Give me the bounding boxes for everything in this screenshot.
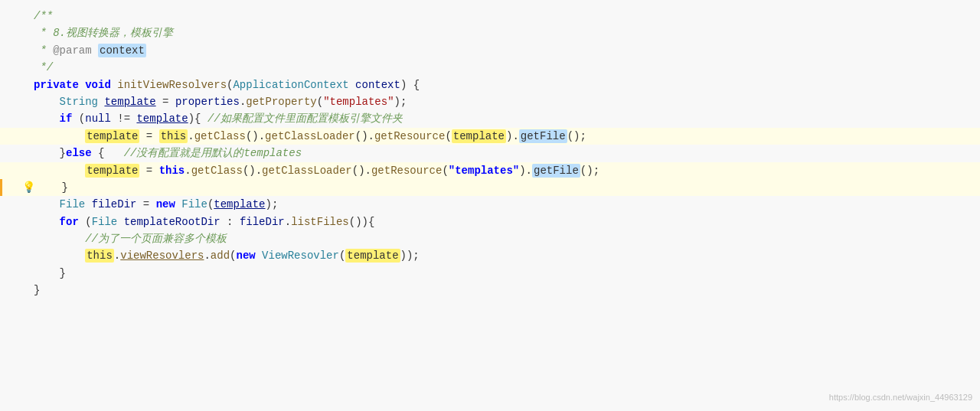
code-content: template = this.getClass().getClassLoade… xyxy=(34,128,965,145)
code-line: private void initViewResolvers(Applicati… xyxy=(0,77,980,93)
code-line: this.viewResovlers.add(new ViewResovler(… xyxy=(0,247,980,264)
param-highlight: context xyxy=(98,44,146,57)
code-line-highlighted: template = this.getClass().getClassLoade… xyxy=(0,128,980,145)
code-line: File fileDir = new File(template); xyxy=(0,196,980,213)
code-line-highlighted: template = this.getClass().getClassLoade… xyxy=(0,162,980,179)
code-content: template = this.getClass().getClassLoade… xyxy=(34,162,965,179)
template-highlight: template xyxy=(85,129,139,143)
code-content: private void initViewResolvers(Applicati… xyxy=(34,77,965,93)
code-line: /** xyxy=(0,8,980,24)
code-line: for (File templateRootDir : fileDir.list… xyxy=(0,214,980,230)
code-content: * 8.视图转换器，模板引擎 xyxy=(34,24,965,41)
code-container: /** * 8.视图转换器，模板引擎 * @param context */ p… xyxy=(0,0,980,411)
code-content: /** xyxy=(34,8,965,24)
watermark: https://blog.csdn.net/wajxin_44963129 xyxy=(829,391,972,405)
line-gutter: 💡 xyxy=(21,179,36,196)
code-content: * @param context xyxy=(34,42,965,59)
code-line: } xyxy=(0,282,980,298)
code-content: } xyxy=(34,282,965,298)
getfile-highlight: getFile xyxy=(519,129,567,143)
code-line-active: 💡 } xyxy=(0,179,980,196)
this-highlight2: this xyxy=(85,249,114,263)
template-highlight4: template xyxy=(345,249,400,263)
code-content: } xyxy=(36,179,965,196)
code-content: //为了一个页面兼容多个模板 xyxy=(34,230,965,247)
code-content: */ xyxy=(34,59,965,76)
code-line: */ xyxy=(0,59,980,76)
bulb-icon[interactable]: 💡 xyxy=(22,179,35,196)
template-highlight3: template xyxy=(85,164,139,178)
code-content: for (File templateRootDir : fileDir.list… xyxy=(34,214,965,230)
code-line: String template = properties.getProperty… xyxy=(0,93,980,110)
code-content: this.viewResovlers.add(new ViewResovler(… xyxy=(34,247,965,264)
code-line: * 8.视图转换器，模板引擎 xyxy=(0,24,980,41)
code-line: //为了一个页面兼容多个模板 xyxy=(0,230,980,247)
code-line: } xyxy=(0,265,980,282)
this-highlight: this xyxy=(159,129,188,143)
getfile-highlight2: getFile xyxy=(532,164,580,178)
code-content: }else { //没有配置就是用默认的templates xyxy=(34,145,965,161)
code-line: * @param context xyxy=(0,42,980,59)
code-content: if (null != template){ //如果配置文件里面配置模板引擎文… xyxy=(34,110,965,127)
code-line: }else { //没有配置就是用默认的templates xyxy=(0,145,980,161)
template-highlight2: template xyxy=(452,129,506,143)
code-content: File fileDir = new File(template); xyxy=(34,196,965,213)
code-line: if (null != template){ //如果配置文件里面配置模板引擎文… xyxy=(0,110,980,127)
code-content: } xyxy=(34,265,965,282)
code-content: String template = properties.getProperty… xyxy=(34,93,965,110)
